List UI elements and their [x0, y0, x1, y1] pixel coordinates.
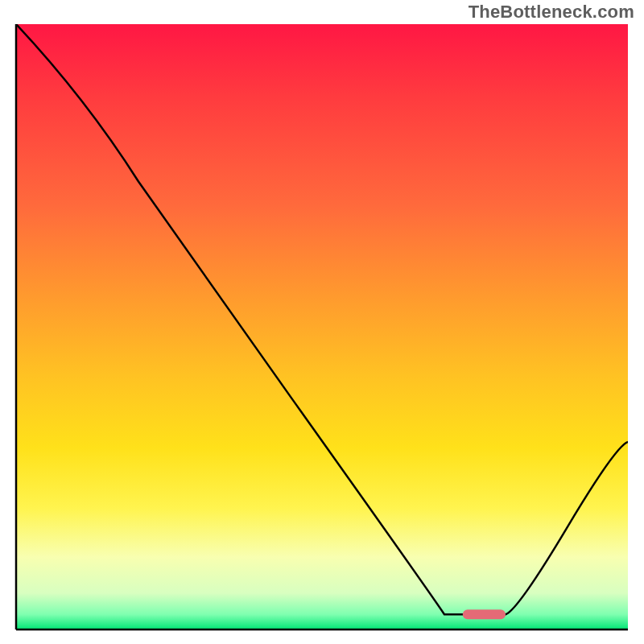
- optimal-range-marker: [463, 609, 506, 619]
- chart-container: TheBottleneck.com: [0, 0, 644, 644]
- bottleneck-chart: [0, 0, 644, 644]
- chart-background-gradient: [16, 24, 628, 630]
- watermark-text: TheBottleneck.com: [469, 2, 634, 23]
